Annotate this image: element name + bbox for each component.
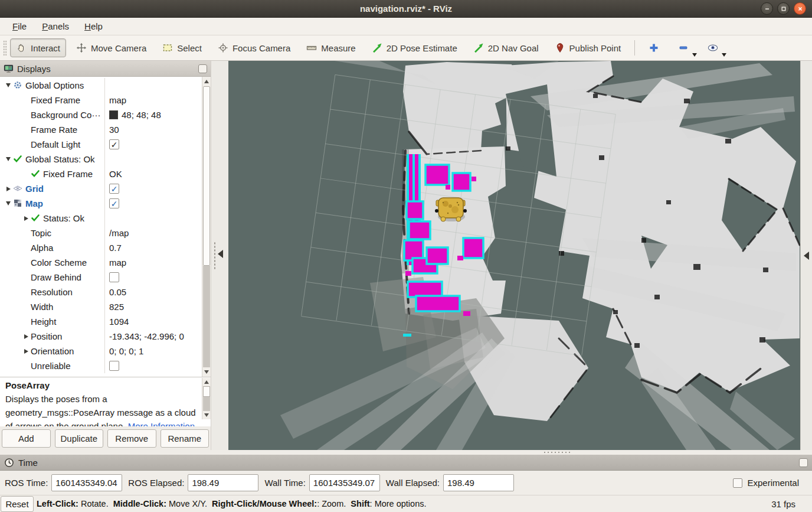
row-global-status-ok[interactable]: Global Status: Ok	[0, 152, 202, 167]
duplicate-button[interactable]: Duplicate	[55, 429, 104, 448]
chevron-down-icon[interactable]	[692, 53, 697, 57]
reset-button[interactable]: Reset	[1, 496, 34, 512]
property-value[interactable]: 825	[109, 302, 124, 312]
remove-button[interactable]: Remove	[107, 429, 156, 448]
expander-down-icon[interactable]	[4, 83, 13, 87]
tool-properties-button[interactable]	[702, 38, 723, 57]
wall-time-input[interactable]	[309, 474, 380, 491]
tree-scrollbar[interactable]	[202, 77, 211, 377]
property-value[interactable]: 1094	[109, 317, 129, 327]
rename-button[interactable]: Rename	[161, 429, 209, 448]
property-value[interactable]: /map	[109, 228, 129, 238]
checkbox[interactable]	[109, 139, 119, 149]
menu-panels[interactable]: Panels	[34, 19, 77, 34]
row-default-light[interactable]: Default Light	[0, 137, 202, 152]
row-map[interactable]: Map	[0, 196, 202, 211]
row-width[interactable]: Width825	[0, 299, 202, 314]
property-value[interactable]: 0.7	[109, 243, 122, 253]
more-information-link[interactable]: More Information.	[128, 421, 198, 426]
row-background-co[interactable]: Background Co···48; 48; 48	[0, 107, 202, 122]
nav-goal-tool-button[interactable]: 2D Nav Goal	[467, 38, 545, 57]
collapse-panel-arrow-icon[interactable]	[218, 250, 223, 258]
row-global-options[interactable]: Global Options	[0, 78, 202, 93]
scrollbar-thumb[interactable]	[203, 386, 210, 397]
displays-panel-header[interactable]: Displays	[0, 61, 211, 77]
add-tool-button[interactable]	[643, 38, 664, 57]
collapse-panel-arrow-icon[interactable]	[804, 252, 809, 260]
row-height[interactable]: Height1094	[0, 314, 202, 329]
row-orientation[interactable]: Orientation0; 0; 0; 1	[0, 344, 202, 358]
panel-float-button[interactable]	[198, 64, 207, 73]
focus-camera-tool-button[interactable]: Focus Camera	[212, 38, 296, 57]
scrollbar-thumb[interactable]	[203, 86, 210, 266]
description-scrollbar[interactable]	[202, 378, 211, 419]
row-alpha[interactable]: Alpha0.7	[0, 240, 202, 255]
ros-time-input[interactable]	[51, 474, 122, 491]
experimental-checkbox[interactable]	[733, 478, 742, 488]
checkbox[interactable]	[109, 272, 119, 282]
splitter-handle[interactable]	[543, 451, 570, 454]
expander-right-icon[interactable]	[21, 216, 31, 221]
scroll-up-icon[interactable]	[202, 378, 211, 386]
chevron-down-icon[interactable]	[722, 53, 726, 57]
scroll-up-icon[interactable]	[202, 77, 211, 86]
minimize-icon[interactable]	[761, 2, 773, 15]
property-value[interactable]: 30	[109, 125, 119, 135]
menu-help[interactable]: Help	[77, 19, 110, 34]
publish-point-tool-button[interactable]: Publish Point	[549, 38, 627, 57]
checkbox[interactable]	[109, 184, 119, 194]
views-panel-collapsed[interactable]	[800, 61, 812, 450]
expander-down-icon[interactable]	[4, 201, 13, 206]
horizontal-splitter[interactable]	[0, 450, 812, 455]
property-value[interactable]: 0; 0; 0; 1	[109, 346, 143, 356]
scrollbar-track[interactable]	[203, 266, 210, 367]
expander-right-icon[interactable]	[21, 334, 31, 339]
row-topic[interactable]: Topic/map	[0, 226, 202, 240]
toolbar-drag-handle[interactable]	[3, 40, 7, 56]
scroll-down-icon[interactable]	[202, 367, 211, 377]
row-unreliable[interactable]: Unreliable	[0, 358, 202, 373]
row-color-scheme[interactable]: Color Schememap	[0, 255, 202, 270]
remove-tool-button[interactable]	[673, 38, 694, 57]
row-resolution[interactable]: Resolution0.05	[0, 285, 202, 299]
3d-viewport[interactable]	[228, 61, 800, 450]
row-status-ok[interactable]: Status: Ok	[0, 211, 202, 226]
checkbox[interactable]	[109, 361, 119, 371]
menu-file[interactable]: File	[5, 19, 34, 34]
close-icon[interactable]	[794, 2, 806, 15]
row-position[interactable]: Position-19.343; -42.996; 0	[0, 329, 202, 344]
time-panel-header[interactable]: Time	[0, 455, 812, 471]
titlebar[interactable]: navigation.rviz* - RViz	[0, 0, 812, 18]
panel-splitter[interactable]	[211, 61, 228, 450]
scrollbar-track[interactable]	[203, 397, 210, 411]
row-grid[interactable]: Grid	[0, 181, 202, 196]
row-draw-behind[interactable]: Draw Behind	[0, 270, 202, 285]
select-tool-button[interactable]: Select	[156, 38, 208, 57]
wall-elapsed-input[interactable]	[443, 474, 514, 491]
help-desc: : More options.	[370, 499, 427, 508]
expander-right-icon[interactable]	[21, 349, 31, 354]
scroll-down-icon[interactable]	[202, 411, 211, 419]
property-value[interactable]: 0.05	[109, 287, 126, 297]
property-value[interactable]: map	[109, 95, 126, 105]
maximize-icon[interactable]	[777, 2, 790, 15]
property-value[interactable]: OK	[109, 169, 122, 179]
add-button[interactable]: Add	[2, 429, 51, 448]
move-camera-tool-button[interactable]: Move Camera	[70, 38, 152, 57]
expander-down-icon[interactable]	[4, 157, 13, 161]
interact-tool-button[interactable]: Interact	[10, 38, 66, 57]
expander-right-icon[interactable]	[4, 187, 13, 191]
ros-elapsed-input[interactable]	[188, 474, 258, 491]
panel-float-button[interactable]	[799, 458, 808, 467]
row-frame-rate[interactable]: Frame Rate30	[0, 122, 202, 137]
row-fixed-frame[interactable]: Fixed Framemap	[0, 93, 202, 107]
property-value[interactable]: -19.343; -42.996; 0	[109, 331, 184, 341]
measure-tool-button[interactable]: Measure	[300, 38, 361, 57]
row-fixed-frame[interactable]: Fixed FrameOK	[0, 167, 202, 181]
splitter-handle[interactable]	[214, 242, 216, 270]
description-panel: PoseArray Displays the poses from a geom…	[0, 377, 211, 426]
property-value[interactable]: map	[109, 257, 126, 268]
property-value[interactable]: 48; 48; 48	[122, 110, 161, 120]
pose-estimate-tool-button[interactable]: 2D Pose Estimate	[366, 38, 463, 57]
checkbox[interactable]	[109, 198, 119, 208]
